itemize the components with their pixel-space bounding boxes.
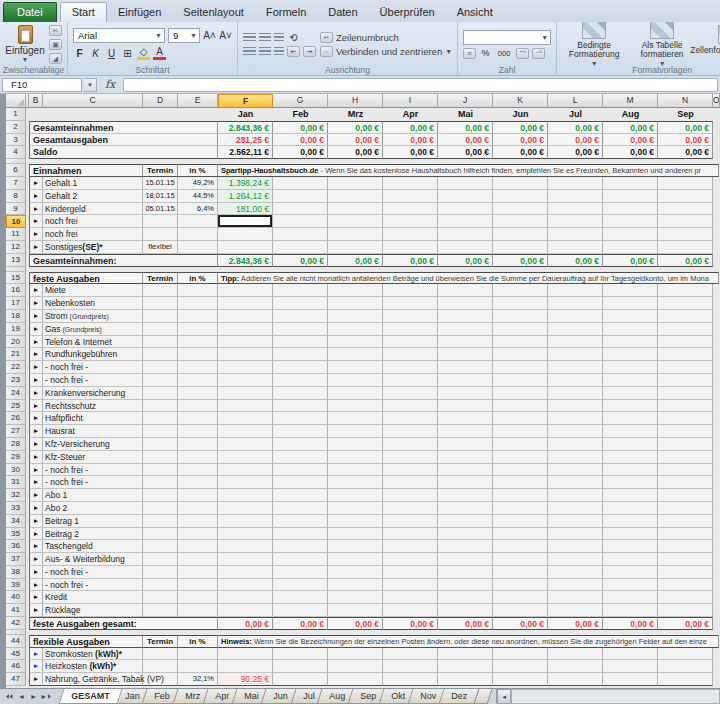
row-header-37[interactable]: 37 — [6, 553, 26, 566]
copy-icon[interactable]: ▣ — [49, 39, 62, 50]
column-header-O[interactable]: O — [713, 94, 720, 108]
formula-input[interactable] — [123, 78, 718, 92]
cell-E30[interactable] — [178, 464, 218, 477]
cell-O11[interactable] — [713, 228, 720, 241]
cell-N25[interactable] — [658, 400, 713, 413]
column-header-E[interactable]: E — [178, 94, 218, 108]
cell-K27[interactable] — [493, 425, 548, 438]
cell-M46[interactable] — [603, 660, 658, 673]
row-expand-icon-30[interactable]: ► — [29, 464, 43, 477]
row-header-33[interactable]: 33 — [6, 502, 26, 515]
cell-G21[interactable] — [273, 348, 328, 361]
cell-K24[interactable] — [493, 387, 548, 400]
cell-H33[interactable] — [328, 502, 383, 515]
cell-label-6[interactable]: Einnahmen — [29, 164, 143, 177]
cell-M41[interactable] — [603, 604, 658, 617]
cell-E27[interactable] — [178, 425, 218, 438]
cell-label-44[interactable]: flexible Ausgaben — [29, 635, 143, 648]
row-header-36[interactable]: 36 — [6, 540, 26, 553]
row-header-2[interactable]: 2 — [6, 121, 26, 134]
cell-K31[interactable] — [493, 476, 548, 489]
cell-O46[interactable] — [713, 660, 720, 673]
sheet-tab-gesamt[interactable]: GESAMT — [59, 689, 122, 704]
cell-H20[interactable] — [328, 336, 383, 349]
cell-E35[interactable] — [178, 528, 218, 541]
cell-F8[interactable]: 1.264,12 € — [218, 190, 273, 203]
row-header-27[interactable]: 27 — [6, 425, 26, 438]
cell-D18[interactable] — [143, 310, 178, 323]
cell-J16[interactable] — [438, 284, 493, 297]
cell-H12[interactable] — [328, 241, 383, 254]
cell-N17[interactable] — [658, 297, 713, 310]
cell-O8[interactable] — [713, 190, 720, 203]
cell-G41[interactable] — [273, 604, 328, 617]
cell-J32[interactable] — [438, 489, 493, 502]
fill-color-icon[interactable]: ◇ — [137, 46, 150, 60]
cell-D45[interactable] — [143, 648, 178, 661]
insert-function-icon[interactable]: fx — [99, 78, 121, 91]
cell-I47[interactable] — [383, 673, 438, 686]
cell-F9[interactable]: 181,00 € — [218, 203, 273, 216]
cell-C41[interactable]: Rücklage — [43, 604, 143, 617]
cell-N32[interactable] — [658, 489, 713, 502]
cell-label-15[interactable]: feste Ausgaben — [29, 272, 143, 285]
cell-K20[interactable] — [493, 336, 548, 349]
column-header-K[interactable]: K — [493, 94, 548, 108]
row-header-35[interactable]: 35 — [6, 528, 26, 541]
ribbon-tab-daten[interactable]: Daten — [317, 3, 368, 22]
cell-I16[interactable] — [383, 284, 438, 297]
cell-K25[interactable] — [493, 400, 548, 413]
cell-K19[interactable] — [493, 323, 548, 336]
cell-L19[interactable] — [548, 323, 603, 336]
cell-H24[interactable] — [328, 387, 383, 400]
cell-I23[interactable] — [383, 374, 438, 387]
cell-E21[interactable] — [178, 348, 218, 361]
cell-J20[interactable] — [438, 336, 493, 349]
font-name-combo[interactable]: Arial▼ — [73, 28, 165, 43]
cell-J13[interactable]: 0,00 € — [438, 254, 493, 267]
cell-G3[interactable]: 0,00 € — [273, 134, 328, 147]
cell-O9[interactable] — [713, 203, 720, 216]
cell-J38[interactable] — [438, 566, 493, 579]
cell-D20[interactable] — [143, 336, 178, 349]
cell-D17[interactable] — [143, 297, 178, 310]
cell-O42[interactable] — [713, 617, 720, 630]
cell-O38[interactable] — [713, 566, 720, 579]
cell-K10[interactable] — [493, 215, 548, 228]
cell-C7[interactable]: Gehalt 1 — [43, 177, 143, 190]
row-header-26[interactable]: 26 — [6, 412, 26, 425]
cell-H27[interactable] — [328, 425, 383, 438]
cell-D10[interactable] — [143, 215, 178, 228]
cell-N35[interactable] — [658, 528, 713, 541]
cell-L23[interactable] — [548, 374, 603, 387]
cell-G16[interactable] — [273, 284, 328, 297]
cell-N27[interactable] — [658, 425, 713, 438]
row-expand-icon-46[interactable]: ► — [29, 660, 43, 673]
cell-H41[interactable] — [328, 604, 383, 617]
row-expand-icon-21[interactable]: ► — [29, 348, 43, 361]
cell-G13[interactable]: 0,00 € — [273, 254, 328, 267]
cell-D29[interactable] — [143, 451, 178, 464]
cell-I20[interactable] — [383, 336, 438, 349]
ribbon-tab-start[interactable]: Start — [60, 2, 107, 22]
cell-E31[interactable] — [178, 476, 218, 489]
cell-E15[interactable]: in % — [178, 272, 218, 285]
cell-O29[interactable] — [713, 451, 720, 464]
cell-L42[interactable]: 0,00 € — [548, 617, 603, 630]
cell-D24[interactable] — [143, 387, 178, 400]
cell-L46[interactable] — [548, 660, 603, 673]
cell-D36[interactable] — [143, 540, 178, 553]
borders-icon[interactable]: ⊞ — [121, 48, 134, 59]
cell-J22[interactable] — [438, 361, 493, 374]
cell-F39[interactable] — [218, 579, 273, 592]
cell-M24[interactable] — [603, 387, 658, 400]
cell-O26[interactable] — [713, 412, 720, 425]
row-expand-icon-7[interactable]: ► — [29, 177, 43, 190]
cell-C31[interactable]: - noch frei - — [43, 476, 143, 489]
cell-M35[interactable] — [603, 528, 658, 541]
cell-I24[interactable] — [383, 387, 438, 400]
cell-J46[interactable] — [438, 660, 493, 673]
cell-C11[interactable]: noch frei — [43, 228, 143, 241]
cell-C21[interactable]: Rundfunkgebühren — [43, 348, 143, 361]
cell-K41[interactable] — [493, 604, 548, 617]
